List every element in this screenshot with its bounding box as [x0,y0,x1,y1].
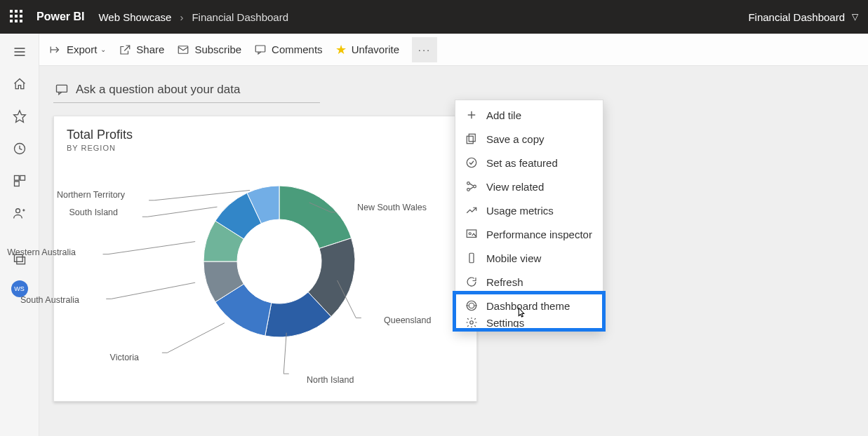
svg-point-33 [470,321,474,325]
menu-item-label: Usage metrics [486,205,554,217]
menu-item-label: Add tile [486,109,521,121]
star-filled-icon: ★ [335,42,347,57]
share-button[interactable]: Share [119,43,164,56]
nav-toggle-button[interactable] [0,36,39,67]
tile-subtitle: BY REGION [67,144,464,152]
breadcrumb-current: Financial Dashboard [192,11,288,23]
menu-item-icon [465,180,478,193]
menu-item-label: Settings [486,318,524,327]
svg-line-25 [469,187,473,189]
donut-label: South Island [69,207,119,217]
menu-item-icon [465,132,478,145]
donut-label: New South Wales [357,203,427,212]
svg-rect-10 [16,257,25,264]
svg-rect-14 [255,46,265,52]
global-header: Power BI Web Showcase › Financial Dashbo… [0,0,868,34]
unfavorite-label: Unfavorite [352,43,399,55]
donut-label: Queensland [384,315,431,325]
nav-apps-button[interactable] [0,165,39,196]
menu-item-icon [465,299,478,312]
menu-item-label: Refresh [486,276,523,288]
menu-item[interactable]: Usage metrics [455,198,603,222]
menu-item-icon [465,318,478,327]
subscribe-button[interactable]: Subscribe [177,43,241,56]
menu-item[interactable]: Dashboard theme [455,294,603,318]
avatar-initials: WS [14,285,25,292]
nav-favorites-button[interactable] [0,101,39,132]
left-nav: WS [0,34,39,436]
svg-point-20 [467,158,476,168]
app-launcher-icon[interactable] [10,10,24,24]
menu-item-label: View related [486,181,544,193]
donut-label: Victoria [110,353,139,362]
menu-item[interactable]: Refresh [455,270,603,294]
svg-rect-5 [14,176,19,181]
tile-total-profits[interactable]: Total Profits BY REGION New South WalesQ… [53,116,477,402]
tile-title: Total Profits [67,128,464,142]
menu-item[interactable]: Set as featured [455,151,603,175]
menu-item[interactable]: Add tile [455,103,603,127]
svg-point-23 [474,185,476,188]
export-label: Export [67,43,97,55]
main-area: Export ⌄ Share Subscribe Comments ★ Unfa… [39,34,868,436]
breadcrumb-workspace[interactable]: Web Showcase [98,11,171,23]
svg-rect-6 [20,176,25,181]
donut-label: Western Australia [7,247,76,257]
donut-label: North Island [307,375,354,385]
comments-label: Comments [272,43,323,55]
menu-item[interactable]: Mobile view [455,246,603,270]
qna-input[interactable]: Ask a question about your data [53,79,320,103]
svg-point-22 [467,189,470,191]
donut-chart: New South WalesQueenslandNorth IslandVic… [67,152,464,390]
menu-item-icon [465,156,478,169]
menu-item-icon [465,275,478,288]
brand-label: Power BI [36,11,84,23]
nav-recent-button[interactable] [0,133,39,164]
chevron-down-icon: ▽ [852,12,858,22]
menu-item-icon [465,204,478,217]
chat-icon [55,83,69,97]
svg-rect-15 [57,85,67,92]
menu-item-icon [465,109,478,121]
cursor-icon [515,306,528,319]
svg-point-8 [15,209,20,213]
svg-marker-3 [13,111,25,123]
svg-rect-18 [469,134,475,142]
unfavorite-button[interactable]: ★ Unfavorite [335,42,399,57]
menu-item[interactable]: Settings [455,318,603,327]
svg-rect-28 [469,253,474,263]
menu-item-label: Set as featured [486,157,558,169]
menu-item[interactable]: Save a copy [455,127,603,151]
menu-item-label: Dashboard theme [486,300,570,312]
header-dropdown[interactable]: Financial Dashboard ▽ [748,11,858,23]
more-options-menu: Add tileSave a copySet as featuredView r… [455,100,603,331]
menu-item-icon [465,228,478,240]
share-label: Share [136,43,164,55]
menu-item-label: Mobile view [486,252,541,264]
svg-rect-19 [467,136,473,144]
menu-item[interactable]: Performance inspector [455,222,603,246]
svg-rect-7 [14,182,19,186]
nav-home-button[interactable] [0,69,39,100]
donut-label: Northern Territory [57,190,125,200]
donut-label: South Australia [20,295,79,305]
menu-item-icon [465,252,478,264]
chevron-right-icon: › [180,11,183,23]
menu-item[interactable]: View related [455,175,603,198]
svg-line-24 [469,184,473,186]
svg-point-27 [469,233,471,235]
nav-shared-button[interactable] [0,198,39,229]
chevron-down-icon: ⌄ [100,46,106,53]
svg-point-29 [469,303,474,308]
svg-rect-26 [467,230,476,238]
svg-rect-13 [179,46,189,53]
more-options-button[interactable]: ··· [412,37,437,62]
menu-item-label: Save a copy [486,133,545,145]
breadcrumb: Web Showcase › Financial Dashboard [98,11,288,23]
export-button[interactable]: Export ⌄ [49,43,106,56]
dashboard-canvas: Ask a question about your data Total Pro… [39,66,868,436]
dashboard-toolbar: Export ⌄ Share Subscribe Comments ★ Unfa… [39,34,868,66]
header-dropdown-label: Financial Dashboard [748,11,845,23]
svg-point-21 [467,182,470,185]
comments-button[interactable]: Comments [254,43,323,56]
